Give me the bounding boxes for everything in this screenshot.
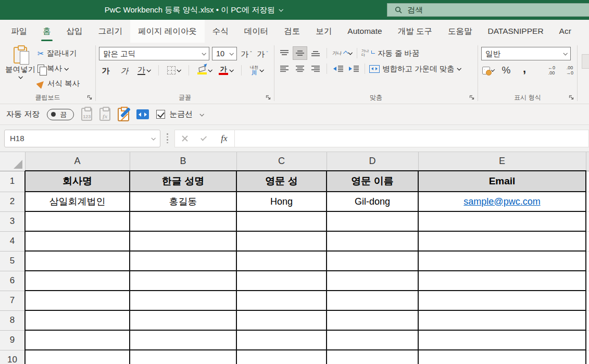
cell[interactable]: sample@pwc.com: [418, 192, 586, 211]
copy-button[interactable]: 복사: [37, 62, 80, 75]
merge-center-button[interactable]: 병합하고 가운데 맞춤: [369, 64, 460, 74]
ribbon-tab[interactable]: 개발 도구: [390, 20, 440, 43]
cell[interactable]: Gil-dong: [327, 192, 418, 211]
ribbon-tab[interactable]: 수식: [205, 20, 236, 43]
chevron-down-icon[interactable]: [348, 51, 352, 55]
paste-button[interactable]: 붙여넣기: [3, 46, 37, 92]
cell[interactable]: 한글 성명: [130, 171, 236, 192]
cell[interactable]: [236, 231, 327, 251]
column-header[interactable]: C: [236, 152, 327, 171]
decrease-indent-button[interactable]: [331, 62, 345, 75]
row-header[interactable]: 4: [0, 231, 25, 251]
merge-cells-qat-button[interactable]: [136, 109, 149, 119]
gridlines-checkbox[interactable]: [156, 110, 165, 119]
chevron-down-icon[interactable]: [177, 68, 181, 72]
align-left-button[interactable]: [278, 62, 291, 75]
ribbon-tab[interactable]: 보기: [308, 20, 340, 43]
cell[interactable]: Email: [418, 171, 586, 192]
cut-button[interactable]: ✂ 잘라내기: [37, 47, 80, 60]
cell[interactable]: [25, 231, 130, 251]
align-right-button[interactable]: [309, 62, 322, 75]
decrease-font-size-button[interactable]: 가ˇ: [256, 47, 269, 60]
cell[interactable]: [236, 211, 327, 231]
fill-color-button[interactable]: [196, 64, 212, 77]
chevron-down-icon[interactable]: [146, 68, 151, 72]
cell[interactable]: [25, 211, 130, 231]
cell[interactable]: [327, 350, 418, 364]
cell[interactable]: [130, 291, 236, 310]
comma-style-button[interactable]: ,: [518, 64, 531, 77]
chevron-down-icon[interactable]: [64, 66, 68, 70]
chevron-down-icon[interactable]: [491, 68, 495, 72]
ribbon-tab[interactable]: Automate: [340, 20, 390, 43]
paste-formulas-button[interactable]: fx: [99, 108, 110, 121]
cell[interactable]: [236, 310, 327, 330]
cell[interactable]: [327, 231, 418, 251]
column-header[interactable]: B: [130, 152, 236, 171]
cell[interactable]: [25, 251, 130, 271]
row-header[interactable]: 2: [0, 192, 25, 211]
cell[interactable]: [25, 291, 130, 310]
wrap-text-button[interactable]: 가나 다 자동 줄 바꿈: [361, 48, 420, 58]
cell[interactable]: [418, 211, 586, 231]
underline-button[interactable]: 가: [136, 64, 151, 77]
increase-indent-button[interactable]: [347, 62, 360, 75]
ribbon-tab[interactable]: 검토: [276, 20, 308, 43]
format-painter-qat-button[interactable]: [118, 108, 129, 121]
formula-bar-drag-handle[interactable]: [166, 133, 169, 143]
row-header[interactable]: 6: [0, 271, 25, 291]
qat-customize-chevron-icon[interactable]: [200, 112, 204, 116]
clipboard-dialog-launcher-icon[interactable]: [86, 94, 93, 101]
align-top-button[interactable]: [278, 47, 291, 59]
align-middle-button[interactable]: [293, 47, 307, 59]
column-header[interactable]: A: [25, 152, 130, 171]
cell[interactable]: [327, 310, 418, 330]
search-box[interactable]: 검색: [387, 3, 589, 17]
cell[interactable]: 영문 성: [236, 171, 327, 192]
paste-values-button[interactable]: 123: [81, 108, 92, 121]
orientation-button[interactable]: 가나: [331, 47, 353, 59]
cell[interactable]: [236, 251, 327, 271]
cell[interactable]: 회사명: [25, 171, 130, 192]
align-center-button[interactable]: [293, 62, 307, 75]
chevron-down-icon[interactable]: [229, 68, 233, 72]
cell[interactable]: [327, 251, 418, 271]
phonetic-guide-button[interactable]: 내천 川: [249, 64, 264, 77]
percent-style-button[interactable]: %: [499, 64, 513, 77]
cell[interactable]: [418, 251, 586, 271]
ribbon-tab[interactable]: 페이지 레이아웃: [130, 20, 205, 43]
ribbon-tab[interactable]: 파일: [3, 20, 35, 43]
font-color-button[interactable]: 가: [218, 64, 234, 77]
italic-button[interactable]: 가: [118, 64, 131, 77]
cell[interactable]: [130, 251, 236, 271]
cell[interactable]: [236, 330, 327, 350]
column-header[interactable]: E: [418, 152, 586, 171]
cell[interactable]: Hong: [236, 192, 327, 211]
cancel-button[interactable]: [175, 130, 195, 147]
number-dialog-launcher-icon[interactable]: [568, 94, 574, 101]
increase-font-size-button[interactable]: 가ˆ: [240, 47, 253, 60]
ribbon-tab[interactable]: Acr: [552, 20, 579, 43]
insert-function-button[interactable]: fx: [215, 130, 234, 147]
increase-decimal-button[interactable]: ←0 .00: [545, 64, 558, 77]
row-header[interactable]: 5: [0, 251, 25, 271]
cell[interactable]: [418, 330, 586, 350]
chevron-down-icon[interactable]: [259, 68, 264, 72]
cell[interactable]: [327, 271, 418, 291]
cell[interactable]: 삼일회계법인: [25, 192, 130, 211]
row-header[interactable]: 8: [0, 310, 25, 330]
chevron-down-icon[interactable]: [208, 68, 212, 72]
cell[interactable]: [418, 231, 586, 251]
alignment-dialog-launcher-icon[interactable]: [469, 94, 475, 101]
select-all-corner[interactable]: [0, 152, 25, 171]
ribbon-tab[interactable]: 삽입: [59, 20, 91, 43]
cell[interactable]: [25, 310, 130, 330]
chevron-down-icon[interactable]: [18, 74, 22, 79]
cell[interactable]: [25, 350, 130, 364]
font-dialog-launcher-icon[interactable]: [265, 94, 271, 101]
decrease-decimal-button[interactable]: .00 →0: [563, 64, 577, 77]
ribbon-tab[interactable]: DATASNIPPER: [480, 20, 551, 43]
cell[interactable]: [236, 291, 327, 310]
ribbon-tab[interactable]: 홈: [35, 20, 59, 43]
cell[interactable]: [25, 330, 130, 350]
